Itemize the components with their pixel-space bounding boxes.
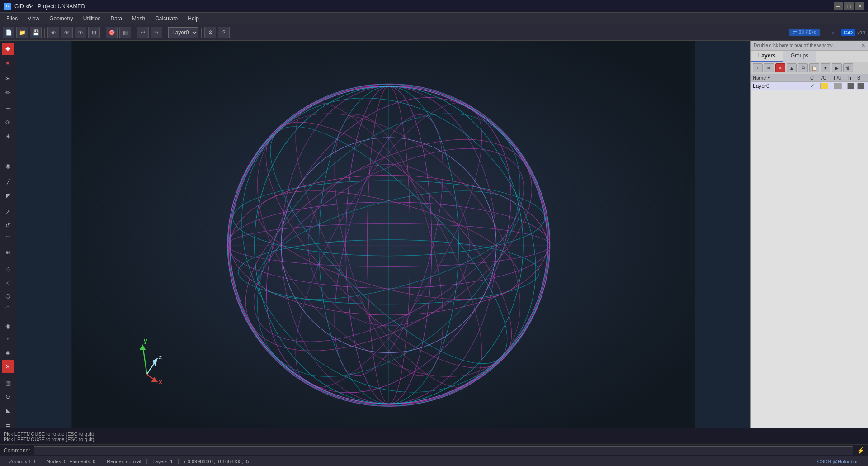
arrow2-tool[interactable]: ◁ [2, 276, 14, 289]
lens-tool[interactable]: ⊙ [2, 390, 14, 403]
redo-button[interactable]: ↪ [151, 27, 162, 38]
svg-text:z: z [159, 353, 162, 361]
draw-tool[interactable]: ■ [2, 56, 14, 69]
layer-edit-button[interactable]: ✏ [764, 63, 774, 72]
layers-column-header: Name ▼ C I/O F/U Tr B [751, 74, 868, 82]
col-io: I/O [820, 75, 833, 81]
mirror-tool[interactable]: ◈ [2, 129, 14, 142]
star-tool[interactable]: ✱ [2, 347, 14, 359]
view-3d-button[interactable]: 👁 [75, 27, 86, 38]
select-tool[interactable]: ✚ [2, 43, 14, 55]
pen-tool[interactable]: ✏ [2, 86, 14, 99]
status-zoom: Zoom: x 1.3 [4, 459, 41, 464]
layer-tr-swatch [847, 83, 854, 89]
view-fit-button[interactable]: ⊞ [88, 27, 100, 38]
rotate-tool[interactable]: ⟳ [2, 116, 14, 128]
menu-data[interactable]: Data [106, 14, 127, 23]
menu-calculate[interactable]: Calculate [151, 14, 182, 23]
status-csdn: CSDN @Hulunbuir [812, 459, 864, 464]
panel-close-icon[interactable]: ✕ [861, 43, 865, 48]
arrow-tool[interactable]: ↗ [2, 205, 14, 218]
window-controls[interactable]: ─ □ ✕ [834, 2, 864, 10]
hex-tool[interactable]: ⬡ [2, 290, 14, 302]
open-button[interactable]: 📁 [16, 27, 28, 38]
toolbar-sep2 [103, 28, 103, 38]
layer-filter-button[interactable]: ▼ [821, 63, 830, 72]
settings-button[interactable]: ⚙ [204, 27, 216, 38]
toolbar-sep3 [134, 28, 134, 38]
center-tool[interactable]: ⌖ [2, 333, 14, 346]
col-fu: F/U [834, 75, 846, 81]
title-bar: G GiD x64 Project: UNNAMED ─ □ ✕ [0, 0, 868, 13]
snap-tool[interactable]: ◉ [2, 159, 14, 172]
layer-trash-button[interactable]: 🗑 [843, 63, 853, 72]
curve-tool[interactable]: ⌒ [2, 233, 14, 245]
main-area: ✚ ■ 👁 ✏ ▭ ⟳ ◈ ·E· ◉ ╱ ◤ ↗ ↺ ⌒ ≋ ◇ ◁ ⬡ ⌒ … [0, 41, 868, 428]
app-name: GiD x64 [14, 3, 34, 10]
status-nodes: Nodes: 0, Elements: 0 [41, 459, 101, 464]
console-line-1: Pick LEFTMOUSE to rotate (ESC to quit) [4, 431, 864, 437]
arc-tool[interactable]: ↺ [2, 219, 14, 232]
triangle-tool[interactable]: ◣ [2, 404, 14, 416]
view-front-button[interactable]: 👁 [61, 27, 73, 38]
save-button[interactable]: 💾 [30, 27, 42, 38]
point-tool[interactable]: ·E· [2, 146, 14, 158]
maximize-button[interactable]: □ [844, 2, 854, 10]
line-tool[interactable]: ╱ [2, 176, 14, 188]
svg-text:x: x [159, 378, 162, 385]
gid-badge: GiD [841, 29, 856, 36]
close-button[interactable]: ✕ [855, 2, 864, 10]
wave-tool[interactable]: ≋ [2, 246, 14, 259]
menu-files[interactable]: Files [2, 14, 22, 23]
left-toolbar: ✚ ■ 👁 ✏ ▭ ⟳ ◈ ·E· ◉ ╱ ◤ ↗ ↺ ⌒ ≋ ◇ ◁ ⬡ ⌒ … [0, 41, 16, 428]
minimize-button[interactable]: ─ [834, 2, 843, 10]
menu-mesh[interactable]: Mesh [127, 14, 150, 23]
tab-groups[interactable]: Groups [783, 51, 816, 62]
grid-tool[interactable]: ▦ [2, 376, 14, 389]
layer-add-button[interactable]: + [753, 63, 763, 72]
layer-b-swatch [857, 83, 864, 89]
layer-copy-button[interactable]: ⧉ [798, 63, 808, 72]
command-bar: Command: ⚡ [0, 444, 868, 456]
col-name: Name ▼ [753, 75, 809, 81]
visibility-tool[interactable]: 👁 [2, 72, 14, 85]
network-speed-badge: ⇄ 88 KB/s [789, 29, 820, 36]
right-panel: Double click here to tear off the window… [750, 41, 868, 428]
status-render: Render: normal [101, 459, 147, 464]
fill-tool[interactable]: ◤ [2, 189, 14, 202]
undo-button[interactable]: ↩ [137, 27, 149, 38]
arc2-tool[interactable]: ⌒ [2, 303, 14, 316]
layers-toolbar: + ✏ ✕ ▲ ⧉ 📋 ▼ ▶ 🗑 [751, 62, 868, 74]
new-button[interactable]: 📄 [3, 27, 14, 38]
layer-show-button[interactable]: ▶ [832, 63, 842, 72]
circle-tool[interactable]: ◉ [2, 319, 14, 332]
viewport[interactable]: y z x [16, 41, 750, 428]
command-input[interactable] [34, 446, 853, 455]
menu-geometry[interactable]: Geometry [45, 14, 78, 23]
text-tool[interactable]: ☰ [2, 420, 14, 428]
cross-tool[interactable]: ✕ [2, 360, 14, 373]
layer-select[interactable]: Layer0 [168, 27, 198, 38]
svg-text:y: y [144, 337, 147, 344]
lightning-icon: ⚡ [857, 447, 864, 454]
layer-paste-button[interactable]: 📋 [809, 63, 819, 72]
console-line-2: Pick LEFTMOUSE to rotate (ESC to quit). [4, 437, 864, 442]
layer-delete-button[interactable]: ✕ [775, 63, 785, 72]
toolbar-sep1 [44, 28, 45, 38]
diamond-tool[interactable]: ◇ [2, 262, 14, 275]
status-layers: Layers: 1 [147, 459, 179, 464]
menu-utilities[interactable]: Utilities [79, 14, 105, 23]
tab-layers[interactable]: Layers [751, 51, 783, 62]
render-button[interactable]: 🎯 [106, 27, 118, 38]
layer-io-swatch [834, 83, 842, 89]
panel-header[interactable]: Double click here to tear off the window… [751, 41, 868, 51]
shading-button[interactable]: ▦ [119, 27, 131, 38]
help-button[interactable]: ? [218, 27, 230, 38]
layer-row[interactable]: Layer0 ✓ [751, 82, 868, 90]
menu-help[interactable]: Help [183, 14, 203, 23]
layer-up-button[interactable]: ▲ [787, 63, 797, 72]
menu-view[interactable]: View [23, 14, 44, 23]
panel-tabs: Layers Groups [751, 51, 868, 62]
view-normal-button[interactable]: 👁 [47, 27, 59, 38]
rect-tool[interactable]: ▭ [2, 102, 14, 115]
